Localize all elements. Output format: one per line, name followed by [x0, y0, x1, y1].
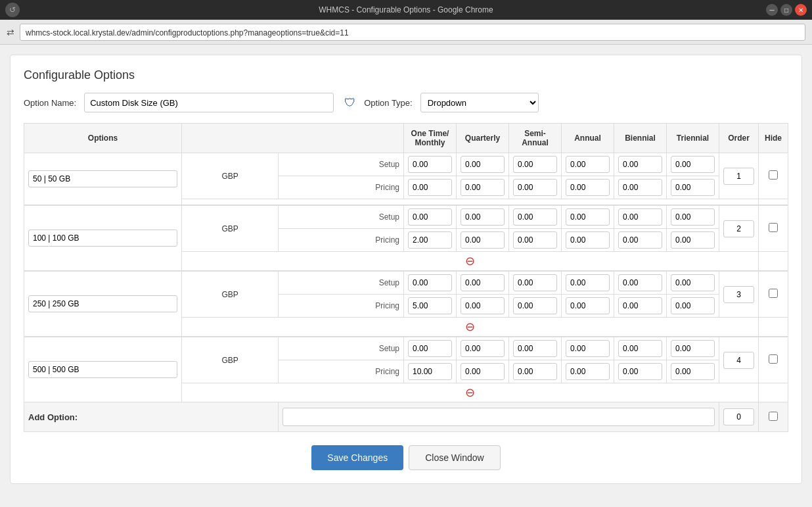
remove-button-3[interactable]: ⊖ — [464, 320, 477, 333]
pricing-biennial-4 — [614, 360, 667, 383]
order-cell-1 — [719, 153, 759, 199]
option-name-field-3[interactable] — [28, 295, 177, 312]
order-field-1[interactable] — [723, 168, 754, 185]
add-option-input-cell — [279, 402, 719, 432]
table-row: GBP Setup — [24, 205, 788, 229]
setup-biennial-3 — [614, 271, 667, 295]
card: Configurable Options Option Name: 🛡 Opti… — [10, 55, 802, 484]
pricing-semiannual-3 — [509, 295, 562, 318]
spacer-cell — [182, 199, 759, 206]
add-option-order-input[interactable] — [723, 408, 754, 425]
option-name-label: Option Name: — [24, 98, 76, 108]
hide-checkbox-1[interactable] — [769, 170, 778, 180]
order-field-2[interactable] — [723, 220, 754, 237]
currency-cell-2: GBP — [182, 205, 279, 252]
remove-cell-3: ⊖ — [182, 318, 759, 337]
pricing-semiannual-2 — [509, 229, 562, 252]
add-option-input[interactable] — [282, 408, 715, 426]
hide-cell-2 — [759, 205, 788, 252]
option-name-cell-1 — [24, 153, 182, 206]
page-title: Configurable Options — [24, 68, 788, 82]
setup-annual-1 — [562, 153, 614, 176]
setup-quarterly-1 — [457, 153, 509, 176]
option-type-select[interactable]: Dropdown Radio Checkbox Quantity — [420, 93, 539, 112]
hide-checkbox-4[interactable] — [769, 354, 778, 364]
hide-checkbox-2[interactable] — [769, 223, 778, 232]
minimize-button[interactable]: ─ — [766, 4, 778, 16]
pricing-biennial-1 — [614, 176, 667, 199]
pricing-annual-4 — [562, 360, 614, 383]
setup-onetime-4 — [404, 337, 457, 360]
setup-quarterly-4 — [457, 337, 509, 360]
nav-icon: ⇄ — [7, 27, 14, 37]
currency-cell-4: GBP — [182, 337, 279, 383]
pricing-annual-3 — [562, 295, 614, 318]
order-field-4[interactable] — [723, 352, 754, 369]
th-order: Order — [719, 124, 759, 153]
window-title: WHMCS - Configurable Options - Google Ch… — [319, 5, 493, 14]
th-triennial: Triennial — [667, 124, 719, 153]
option-name-row: Option Name: 🛡 Option Type: Dropdown Rad… — [24, 93, 788, 112]
setup-semiannual-1 — [509, 153, 562, 176]
th-semi-annual: Semi-Annual — [509, 124, 562, 153]
option-name-input[interactable] — [84, 93, 334, 112]
setup-triennial-3 — [667, 271, 719, 295]
option-name-cell-3 — [24, 271, 182, 337]
option-name-cell-2 — [24, 205, 182, 271]
th-hide: Hide — [759, 124, 788, 153]
setup-semiannual-3 — [509, 271, 562, 295]
pricing-quarterly-4 — [457, 360, 509, 383]
add-option-hide-checkbox[interactable] — [769, 412, 778, 421]
table-row: GBP Setup — [24, 337, 788, 360]
setup-biennial-4 — [614, 337, 667, 360]
remove-button-4[interactable]: ⊖ — [464, 386, 477, 399]
pricing-label-3: Pricing — [279, 295, 404, 318]
hide-cell-3 — [759, 271, 788, 318]
pricing-quarterly-1 — [457, 176, 509, 199]
address-url[interactable]: whmcs-stock.local.krystal.dev/admin/conf… — [20, 24, 805, 41]
pricing-onetime-2 — [404, 229, 457, 252]
restore-button[interactable]: □ — [780, 4, 792, 16]
setup-biennial-1 — [614, 153, 667, 176]
order-field-3[interactable] — [723, 286, 754, 303]
setup-label-3: Setup — [279, 271, 404, 295]
table-row: GBP Setup — [24, 153, 788, 176]
setup-label-4: Setup — [279, 337, 404, 360]
remove-button-2[interactable]: ⊖ — [464, 254, 477, 268]
setup-triennial-2 — [667, 205, 719, 229]
options-table: Options One Time/ Monthly Quarterly Semi… — [24, 123, 788, 432]
setup-annual-4 — [562, 337, 614, 360]
option-name-field-4[interactable] — [28, 361, 177, 378]
pricing-semiannual-1 — [509, 176, 562, 199]
add-option-label: Add Option: — [28, 412, 78, 422]
order-cell-2 — [719, 205, 759, 252]
option-name-field-2[interactable] — [28, 229, 177, 247]
pricing-triennial-3 — [667, 295, 719, 318]
pricing-onetime-1 — [404, 176, 457, 199]
pricing-annual-2 — [562, 229, 614, 252]
option-name-field-1[interactable] — [28, 170, 177, 187]
setup-annual-2 — [562, 205, 614, 229]
th-one-time: One Time/ Monthly — [404, 124, 457, 153]
close-window-button[interactable]: ✕ — [795, 4, 807, 16]
remove-cell-2: ⊖ — [182, 252, 759, 272]
hide-checkbox-3[interactable] — [769, 289, 778, 298]
setup-onetime-2 — [404, 205, 457, 229]
add-option-order-cell — [719, 402, 759, 432]
setup-label-2: Setup — [279, 205, 404, 229]
pricing-label-4: Pricing — [279, 360, 404, 383]
option-name-cell-4 — [24, 337, 182, 402]
setup-quarterly-3 — [457, 271, 509, 295]
setup-triennial-4 — [667, 337, 719, 360]
pricing-quarterly-3 — [457, 295, 509, 318]
setup-quarterly-2 — [457, 205, 509, 229]
back-button[interactable]: ↺ — [5, 3, 20, 17]
close-button[interactable]: Close Window — [409, 445, 500, 470]
setup-onetime-1 — [404, 153, 457, 176]
currency-cell-1: GBP — [182, 153, 279, 199]
window-controls: ─ □ ✕ — [766, 4, 807, 16]
option-type-label: Option Type: — [364, 98, 412, 108]
main-content: Configurable Options Option Name: 🛡 Opti… — [0, 45, 812, 507]
save-button[interactable]: Save Changes — [311, 445, 403, 470]
th-quarterly: Quarterly — [457, 124, 509, 153]
